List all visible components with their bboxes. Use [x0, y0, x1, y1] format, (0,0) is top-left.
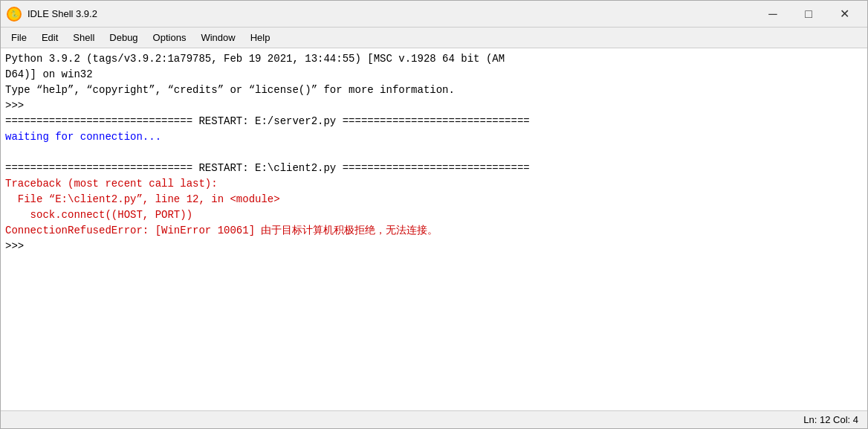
menu-edit[interactable]: Edit	[34, 29, 65, 46]
minimize-button[interactable]: ─	[756, 2, 790, 26]
window-controls: ─ □ ✕	[756, 2, 861, 26]
shell-traceback-2: File “E:\client2.py”, line 12, in <modul…	[5, 192, 863, 207]
shell-restart-2: ============================== RESTART: …	[5, 161, 863, 176]
menu-window[interactable]: Window	[193, 29, 242, 46]
window-title: IDLE Shell 3.9.2	[27, 8, 756, 19]
shell-waiting: waiting for connection...	[5, 129, 863, 145]
menu-debug[interactable]: Debug	[102, 29, 145, 46]
shell-prompt-1: >>>	[5, 98, 863, 114]
shell-error: ConnectionRefusedError: [WinError 10061]…	[5, 223, 863, 239]
shell-empty	[5, 145, 863, 161]
idle-shell-window: 🐍 IDLE Shell 3.9.2 ─ □ ✕ File Edit Shell…	[0, 0, 868, 429]
menu-options[interactable]: Options	[146, 29, 194, 46]
menu-bar: File Edit Shell Debug Options Window Hel…	[1, 28, 867, 48]
app-icon: 🐍	[7, 7, 22, 22]
menu-help[interactable]: Help	[243, 29, 278, 46]
shell-restart-1: ============================== RESTART: …	[5, 114, 863, 129]
shell-area: Python 3.9.2 (tags/v3.9.2:1a79785, Feb 1…	[1, 48, 867, 410]
menu-shell[interactable]: Shell	[65, 29, 102, 46]
shell-line-1: Python 3.9.2 (tags/v3.9.2:1a79785, Feb 1…	[5, 51, 863, 67]
shell-line-2: D64)] on win32	[5, 67, 863, 83]
shell-line-3: Type “help”, “copyright”, “credits” or “…	[5, 83, 863, 98]
maximize-button[interactable]: □	[791, 2, 826, 26]
shell-output[interactable]: Python 3.9.2 (tags/v3.9.2:1a79785, Feb 1…	[1, 48, 867, 410]
shell-prompt-2: >>>	[5, 239, 863, 254]
cursor-position: Ln: 12 Col: 4	[803, 414, 858, 425]
title-bar: 🐍 IDLE Shell 3.9.2 ─ □ ✕	[1, 1, 867, 28]
shell-traceback-1: Traceback (most recent call last):	[5, 176, 863, 192]
status-bar: Ln: 12 Col: 4	[1, 410, 867, 428]
close-button[interactable]: ✕	[827, 2, 861, 26]
shell-traceback-3: sock.connect((HOST, PORT))	[5, 207, 863, 223]
menu-file[interactable]: File	[4, 29, 34, 46]
